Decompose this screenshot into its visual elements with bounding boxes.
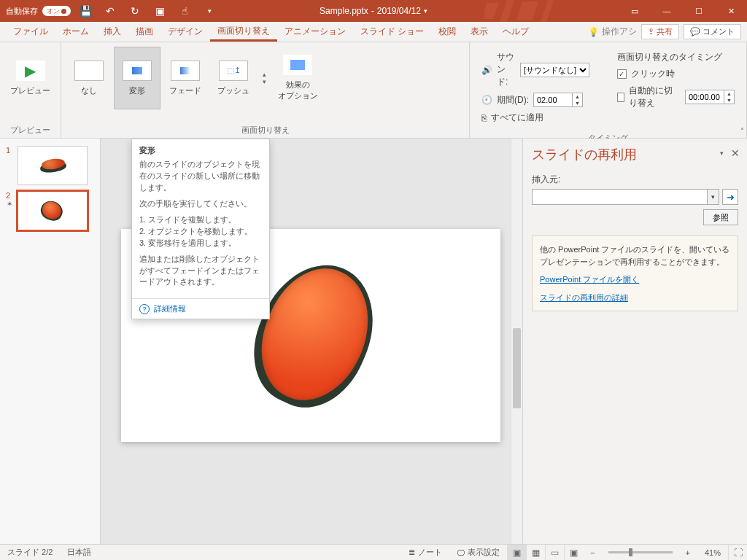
tab-review[interactable]: 校閲	[431, 22, 463, 42]
sound-select[interactable]: [サウンドなし]	[520, 63, 589, 77]
tab-home[interactable]: ホーム	[55, 22, 96, 42]
transition-push[interactable]: ⬚↥ プッシュ	[210, 47, 257, 109]
duration-spinner[interactable]: ▲▼	[533, 93, 583, 107]
zoom-in-button[interactable]: +	[678, 548, 697, 557]
comment-button[interactable]: 💬コメント	[684, 24, 741, 39]
normal-view-button[interactable]: ▣	[507, 545, 526, 561]
status-bar: スライド 2/2 日本語 ≣ノート 🖵表示設定 ▣ ▦ ▭ ▣ − + 41% …	[0, 544, 747, 560]
tab-design[interactable]: デザイン	[160, 22, 210, 42]
autosave-label: 自動保存	[6, 6, 38, 17]
zoom-slider-thumb[interactable]	[629, 548, 632, 556]
tooltip-step2: 2. オブジェクトを移動します。	[139, 226, 262, 238]
tab-file[interactable]: ファイル	[6, 22, 55, 42]
slide-counter[interactable]: スライド 2/2	[0, 547, 60, 558]
reuse-info-text: 他の PowerPoint ファイルのスライドを、開いているプレゼンテーションで…	[540, 244, 730, 268]
notes-button[interactable]: ≣ノート	[401, 547, 449, 558]
spin-up-icon[interactable]: ▲	[573, 93, 582, 100]
preview-group-label: プレビュー	[0, 125, 61, 138]
sorter-view-button[interactable]: ▦	[526, 545, 545, 561]
transitions-gallery-more[interactable]: ▴▾	[258, 47, 270, 109]
maximize-button[interactable]: ☐	[683, 0, 715, 22]
bulb-icon: 💡	[588, 27, 599, 37]
slide-editor[interactable]: 変形 前のスライドのオブジェクトを現在のスライドの新しい場所に移動します。 次の…	[101, 139, 522, 544]
open-powerpoint-file-link[interactable]: PowerPoint ファイルを開く	[540, 273, 730, 286]
undo-icon[interactable]: ↶	[100, 1, 120, 21]
transition-none[interactable]: なし	[66, 47, 112, 109]
transitions-group-label: 画面切り替え	[61, 125, 469, 138]
share-button[interactable]: ⇪共有	[641, 24, 679, 39]
spin-down-icon[interactable]: ▼	[724, 97, 734, 104]
transition-fade[interactable]: フェード	[162, 47, 209, 109]
apply-all-button[interactable]: ⎘すべてに適用	[481, 112, 589, 124]
spin-down-icon[interactable]: ▼	[573, 100, 582, 106]
help-icon: ?	[139, 304, 150, 314]
ribbon-tabs: ファイル ホーム 挿入 描画 デザイン 画面切り替え アニメーション スライド …	[0, 22, 747, 42]
transition-indicator-icon: ✶	[7, 200, 12, 208]
insert-from-combo[interactable]: ▾	[532, 189, 719, 205]
display-settings-button[interactable]: 🖵表示設定	[449, 547, 507, 558]
chevron-down-icon[interactable]: ▾	[707, 190, 719, 204]
reuse-slides-pane: スライドの再利用 ▾ ✕ 挿入元: ▾ ➜ 参照 他の PowerPoint フ…	[522, 139, 747, 544]
tab-insert[interactable]: 挿入	[96, 22, 128, 42]
tooltip-step1: 1. スライドを複製します。	[139, 214, 262, 226]
vertical-scrollbar[interactable]	[511, 139, 522, 544]
duration-input[interactable]	[534, 96, 572, 104]
main-area: 1 2✶ 変形 前のスライドのオブジェクトを現在のスライド	[0, 139, 747, 544]
tab-transitions[interactable]: 画面切り替え	[210, 22, 277, 42]
go-button[interactable]: ➜	[722, 189, 738, 205]
zoom-slider[interactable]	[608, 551, 673, 553]
pane-menu-icon[interactable]: ▾	[720, 149, 724, 157]
comment-icon: 💬	[690, 27, 700, 36]
redo-icon[interactable]: ↻	[125, 1, 145, 21]
reading-view-button[interactable]: ▭	[545, 545, 564, 561]
minimize-button[interactable]: —	[651, 0, 683, 22]
scrollbar-thumb[interactable]	[513, 328, 521, 408]
close-button[interactable]: ✕	[715, 0, 747, 22]
slideshow-view-button[interactable]: ▣	[564, 545, 583, 561]
sound-icon: 🔊	[481, 65, 492, 75]
slide-thumb-2[interactable]: 2✶	[0, 188, 100, 233]
preview-button[interactable]: ▶ プレビュー	[7, 47, 54, 109]
language-indicator[interactable]: 日本語	[60, 547, 98, 558]
start-slideshow-icon[interactable]: ▣	[150, 1, 170, 21]
tab-animations[interactable]: アニメーション	[277, 22, 353, 42]
after-checkbox[interactable]	[617, 93, 624, 102]
reuse-info-box: 他の PowerPoint ファイルのスライドを、開いているプレゼンテーションで…	[532, 236, 738, 311]
tooltip-more-link[interactable]: ?詳細情報	[132, 298, 269, 319]
touch-mode-icon[interactable]: ☝︎	[174, 1, 195, 21]
slide-thumb-1[interactable]: 1	[0, 143, 100, 188]
after-spinner[interactable]: ▲▼	[685, 90, 735, 104]
insert-from-label: 挿入元:	[532, 174, 738, 186]
on-click-checkbox[interactable]: ✓	[617, 69, 627, 79]
fit-to-window-button[interactable]: ⛶	[728, 545, 747, 561]
display-icon: 🖵	[457, 548, 465, 557]
zoom-level[interactable]: 41%	[697, 548, 728, 557]
tell-me-search[interactable]: 💡操作アシ	[588, 26, 637, 38]
tab-view[interactable]: 表示	[463, 22, 495, 42]
tooltip-desc: 前のスライドのオブジェクトを現在のスライドの新しい場所に移動します。	[139, 159, 262, 194]
save-icon[interactable]: 💾	[75, 1, 96, 21]
share-icon: ⇪	[648, 27, 654, 36]
after-input[interactable]	[686, 93, 724, 101]
tab-help[interactable]: ヘルプ	[495, 22, 536, 42]
pane-close-icon[interactable]: ✕	[731, 147, 740, 159]
tab-slideshow[interactable]: スライド ショー	[353, 22, 431, 42]
zoom-out-button[interactable]: −	[583, 548, 602, 557]
transition-morph[interactable]: 変形	[114, 47, 160, 109]
reuse-slides-details-link[interactable]: スライドの再利用の詳細	[540, 292, 730, 304]
apply-all-icon: ⎘	[481, 113, 487, 123]
tab-draw[interactable]: 描画	[128, 22, 160, 42]
effect-options-button[interactable]: 効果の オプション	[271, 47, 324, 109]
browse-button[interactable]: 参照	[703, 209, 738, 225]
preview-icon: ▶	[25, 62, 36, 79]
qat-more-icon[interactable]: ▾	[199, 1, 220, 21]
autosave-toggle[interactable]: オン	[42, 6, 71, 16]
fade-icon	[180, 67, 190, 74]
effect-options-icon	[290, 60, 305, 70]
ribbon-display-icon[interactable]: ▭	[619, 0, 651, 22]
spin-up-icon[interactable]: ▲	[724, 90, 734, 97]
collapse-ribbon-icon[interactable]: ˄	[740, 127, 744, 135]
title-bar: 自動保存 オン 💾 ↶ ↻ ▣ ☝︎ ▾ Sample.pptx - 2019/…	[0, 0, 747, 22]
duration-label: 期間(D):	[497, 94, 529, 106]
tooltip-steps-intro: 次の手順を実行してください。	[139, 198, 262, 210]
